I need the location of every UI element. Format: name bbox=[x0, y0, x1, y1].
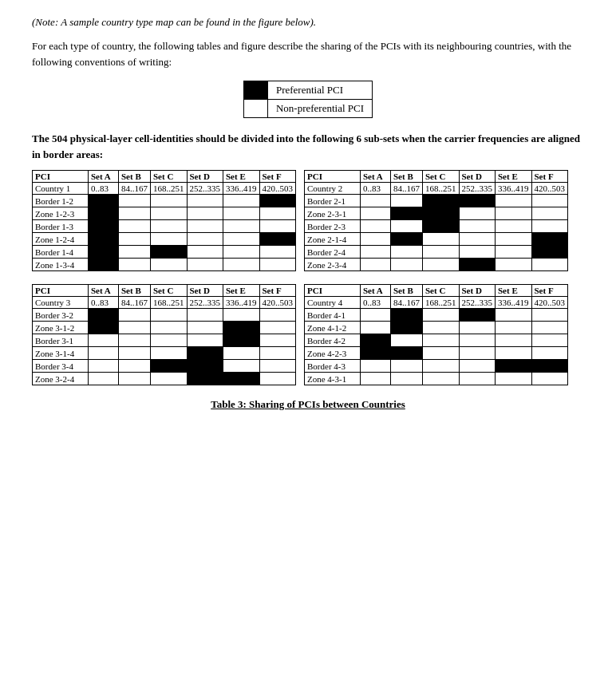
data-cell-3-2 bbox=[151, 347, 188, 360]
data-cell-5-0 bbox=[361, 259, 391, 271]
row-label: Border 1-2 bbox=[33, 195, 89, 207]
data-cell-3-3 bbox=[187, 347, 223, 360]
pci-table-2: PCISet ASet BSet CSet DSet ESet FCountry… bbox=[304, 170, 568, 271]
data-cell-2-3 bbox=[187, 220, 223, 233]
data-cell-2-5 bbox=[259, 334, 296, 347]
country-row-cell-6: 420..503 bbox=[531, 183, 568, 195]
data-cell-3-1 bbox=[119, 347, 151, 360]
data-cell-4-2 bbox=[151, 246, 188, 259]
data-cell-3-0 bbox=[89, 347, 119, 360]
data-cell-2-2 bbox=[423, 220, 460, 233]
data-cell-2-2 bbox=[151, 334, 188, 347]
legend-white-cell bbox=[243, 100, 267, 118]
col-header-3: Set C bbox=[423, 171, 460, 183]
data-cell-1-0 bbox=[361, 207, 391, 220]
data-cell-5-2 bbox=[423, 373, 460, 385]
data-cell-4-0 bbox=[361, 360, 391, 373]
data-cell-0-4 bbox=[223, 309, 260, 322]
table-row: Zone 1-2-4 bbox=[33, 233, 296, 246]
pci-table-4: PCISet ASet BSet CSet DSet ESet FCountry… bbox=[304, 284, 568, 385]
table-row: Zone 3-2-4 bbox=[33, 373, 296, 385]
data-cell-0-3 bbox=[187, 195, 223, 207]
data-cell-1-5 bbox=[531, 207, 568, 220]
table-row: Border 2-4 bbox=[305, 246, 568, 259]
data-cell-4-2 bbox=[423, 246, 460, 259]
row-label: Border 1-3 bbox=[33, 220, 89, 233]
country-row-cell-6: 420..503 bbox=[259, 297, 296, 309]
col-header-5: Set E bbox=[496, 285, 532, 297]
table-row: Zone 4-2-3 bbox=[305, 347, 568, 360]
country-row-cell-5: 336..419 bbox=[223, 297, 260, 309]
bottom-tables-row: PCISet ASet BSet CSet DSet ESet FCountry… bbox=[32, 284, 584, 385]
row-label: Zone 3-1-4 bbox=[33, 347, 89, 360]
data-cell-2-1 bbox=[119, 220, 151, 233]
row-label: Zone 3-2-4 bbox=[33, 373, 89, 385]
data-cell-2-4 bbox=[223, 220, 260, 233]
data-cell-5-3 bbox=[187, 373, 223, 385]
data-cell-2-5 bbox=[531, 220, 568, 233]
col-header-0: PCI bbox=[33, 285, 89, 297]
col-header-1: Set A bbox=[361, 285, 391, 297]
data-cell-2-0 bbox=[89, 334, 119, 347]
data-cell-1-1 bbox=[119, 322, 151, 334]
data-cell-4-5 bbox=[531, 246, 568, 259]
data-cell-1-5 bbox=[531, 322, 568, 334]
data-cell-4-3 bbox=[187, 360, 223, 373]
table-row: Zone 2-1-4 bbox=[305, 233, 568, 246]
table-row: Border 3-4 bbox=[33, 360, 296, 373]
table-row: Border 4-3 bbox=[305, 360, 568, 373]
top-tables-row: PCISet ASet BSet CSet DSet ESet FCountry… bbox=[32, 170, 584, 271]
legend-nonpreferential-label: Non-preferential PCI bbox=[267, 100, 372, 118]
col-header-6: Set F bbox=[259, 285, 296, 297]
data-cell-2-5 bbox=[531, 334, 568, 347]
data-cell-4-0 bbox=[361, 246, 391, 259]
data-cell-2-1 bbox=[119, 334, 151, 347]
data-cell-1-0 bbox=[89, 207, 119, 220]
data-cell-5-5 bbox=[531, 259, 568, 271]
data-cell-1-3 bbox=[459, 207, 496, 220]
col-header-2: Set B bbox=[391, 285, 423, 297]
table-row: Zone 2-3-4 bbox=[305, 259, 568, 271]
data-cell-2-2 bbox=[423, 334, 460, 347]
data-cell-4-0 bbox=[89, 360, 119, 373]
intro-para: For each type of country, the following … bbox=[32, 38, 584, 69]
note-text: (Note: A sample country type map can be … bbox=[32, 16, 584, 29]
data-cell-5-3 bbox=[187, 259, 223, 271]
pci-table-3: PCISet ASet BSet CSet DSet ESet FCountry… bbox=[32, 284, 296, 385]
data-cell-1-4 bbox=[496, 322, 532, 334]
data-cell-2-3 bbox=[459, 334, 496, 347]
data-cell-3-5 bbox=[259, 233, 296, 246]
data-cell-0-5 bbox=[259, 309, 296, 322]
col-header-3: Set C bbox=[423, 285, 460, 297]
data-cell-0-3 bbox=[459, 195, 496, 207]
data-cell-2-1 bbox=[391, 334, 423, 347]
table-row: Border 2-1 bbox=[305, 195, 568, 207]
data-cell-5-1 bbox=[119, 259, 151, 271]
data-cell-4-3 bbox=[459, 246, 496, 259]
row-label: Border 2-3 bbox=[305, 220, 361, 233]
data-cell-2-0 bbox=[89, 220, 119, 233]
data-cell-1-1 bbox=[391, 322, 423, 334]
data-cell-1-4 bbox=[223, 207, 260, 220]
country-row-cell-4: 252..335 bbox=[187, 183, 223, 195]
data-cell-2-3 bbox=[459, 220, 496, 233]
country-row-cell-0: Country 4 bbox=[305, 297, 361, 309]
data-cell-5-4 bbox=[496, 373, 532, 385]
data-cell-5-1 bbox=[391, 259, 423, 271]
col-header-2: Set B bbox=[119, 171, 151, 183]
col-header-5: Set E bbox=[223, 171, 260, 183]
data-cell-1-4 bbox=[496, 207, 532, 220]
data-cell-0-1 bbox=[391, 195, 423, 207]
table-row: Zone 4-1-2 bbox=[305, 322, 568, 334]
data-cell-4-4 bbox=[496, 360, 532, 373]
data-cell-1-3 bbox=[187, 207, 223, 220]
data-cell-4-0 bbox=[89, 246, 119, 259]
data-cell-0-5 bbox=[259, 195, 296, 207]
table-row: Border 1-4 bbox=[33, 246, 296, 259]
col-header-6: Set F bbox=[531, 171, 568, 183]
row-label: Zone 3-1-2 bbox=[33, 322, 89, 334]
country-row-cell-1: 0..83 bbox=[89, 183, 119, 195]
data-cell-5-0 bbox=[89, 259, 119, 271]
data-cell-3-2 bbox=[423, 347, 460, 360]
data-cell-3-2 bbox=[423, 233, 460, 246]
